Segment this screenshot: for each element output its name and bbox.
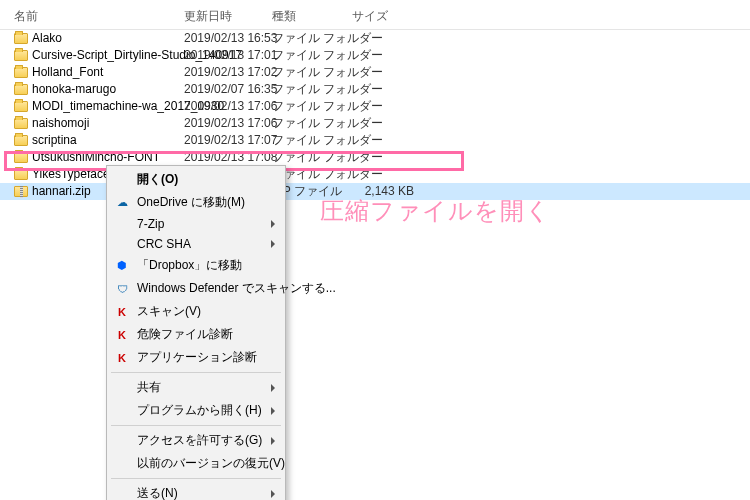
menu-separator: [111, 478, 281, 479]
col-type[interactable]: 種類: [272, 6, 352, 27]
folder-icon: [14, 67, 28, 78]
file-date: 2019/02/13 17:01: [184, 48, 272, 63]
file-type: ファイル フォルダー: [272, 31, 352, 46]
file-type: ファイル フォルダー: [272, 48, 352, 63]
file-date: 2019/02/13 17:06: [184, 99, 272, 114]
file-name: UtsukushiMincho-FONT: [32, 150, 160, 165]
menu-item-label: OneDrive に移動(M): [137, 194, 245, 211]
menu-item[interactable]: 🛡Windows Defender でスキャンする...: [109, 277, 283, 300]
k-icon: K: [115, 305, 129, 319]
column-header-row: 名前 更新日時 種類 サイズ: [0, 4, 750, 30]
file-date: 2019/02/07 16:35: [184, 82, 272, 97]
menu-item-label: Windows Defender でスキャンする...: [137, 280, 336, 297]
folder-icon: [14, 101, 28, 112]
file-row[interactable]: Cursive-Script_Dirtyline-Studio_14091720…: [0, 47, 750, 64]
folder-icon: [14, 152, 28, 163]
file-type: ファイル フォルダー: [272, 99, 352, 114]
menu-item[interactable]: 以前のバージョンの復元(V): [109, 452, 283, 475]
shield-icon: 🛡: [115, 282, 129, 296]
folder-icon: [14, 84, 28, 95]
menu-item-label: 「Dropbox」に移動: [137, 257, 242, 274]
menu-item-label: 共有: [137, 379, 161, 396]
k-icon: K: [115, 328, 129, 342]
menu-item[interactable]: アクセスを許可する(G): [109, 429, 283, 452]
file-date: 2019/02/13 17:02: [184, 65, 272, 80]
file-name: Alako: [32, 31, 62, 46]
file-type: ファイル フォルダー: [272, 65, 352, 80]
file-row[interactable]: UtsukushiMincho-FONT2019/02/13 17:08ファイル…: [0, 149, 750, 166]
menu-item[interactable]: 7-Zip: [109, 214, 283, 234]
folder-icon: [14, 118, 28, 129]
file-name: naishomoji: [32, 116, 89, 131]
menu-item[interactable]: Kスキャン(V): [109, 300, 283, 323]
folder-icon: [14, 50, 28, 61]
file-name: Holland_Font: [32, 65, 103, 80]
menu-separator: [111, 372, 281, 373]
file-row[interactable]: Holland_Font2019/02/13 17:02ファイル フォルダー: [0, 64, 750, 81]
menu-item-label: 開く(O): [137, 171, 178, 188]
menu-item-label: 送る(N): [137, 485, 178, 500]
file-date: 2019/02/13 16:53: [184, 31, 272, 46]
col-size[interactable]: サイズ: [352, 6, 422, 27]
file-type: ファイル フォルダー: [272, 82, 352, 97]
dropbox-icon: ⬢: [115, 259, 129, 273]
file-name: scriptina: [32, 133, 77, 148]
menu-item[interactable]: 開く(O): [109, 168, 283, 191]
file-date: 2019/02/13 17:07: [184, 133, 272, 148]
menu-item[interactable]: K危険ファイル診断: [109, 323, 283, 346]
col-name[interactable]: 名前: [14, 6, 184, 27]
folder-icon: [14, 33, 28, 44]
file-name: hannari.zip: [32, 184, 91, 199]
file-row[interactable]: Alako2019/02/13 16:53ファイル フォルダー: [0, 30, 750, 47]
menu-item[interactable]: 共有: [109, 376, 283, 399]
menu-item-label: CRC SHA: [137, 237, 191, 251]
folder-icon: [14, 135, 28, 146]
menu-item[interactable]: Kアプリケーション診断: [109, 346, 283, 369]
menu-item[interactable]: ⬢「Dropbox」に移動: [109, 254, 283, 277]
file-date: 2019/02/13 17:06: [184, 116, 272, 131]
col-date[interactable]: 更新日時: [184, 6, 272, 27]
k-icon: K: [115, 351, 129, 365]
menu-item[interactable]: ☁OneDrive に移動(M): [109, 191, 283, 214]
file-type: ファイル フォルダー: [272, 133, 352, 148]
file-date: 2019/02/13 17:08: [184, 150, 272, 165]
menu-item-label: 以前のバージョンの復元(V): [137, 455, 285, 472]
file-row[interactable]: honoka-marugo2019/02/07 16:35ファイル フォルダー: [0, 81, 750, 98]
file-name: honoka-marugo: [32, 82, 116, 97]
file-type: ファイル フォルダー: [272, 150, 352, 165]
context-menu: 開く(O)☁OneDrive に移動(M)7-ZipCRC SHA⬢「Dropb…: [106, 165, 286, 500]
menu-item-label: スキャン(V): [137, 303, 201, 320]
file-row[interactable]: naishomoji2019/02/13 17:06ファイル フォルダー: [0, 115, 750, 132]
folder-icon: [14, 169, 28, 180]
file-row[interactable]: scriptina2019/02/13 17:07ファイル フォルダー: [0, 132, 750, 149]
cloud-icon: ☁: [115, 196, 129, 210]
menu-item[interactable]: プログラムから開く(H): [109, 399, 283, 422]
menu-item-label: アクセスを許可する(G): [137, 432, 262, 449]
annotation-label: 圧縮ファイルを開く: [320, 195, 551, 227]
menu-item[interactable]: 送る(N): [109, 482, 283, 500]
menu-item-label: アプリケーション診断: [137, 349, 257, 366]
file-type: ファイル フォルダー: [272, 116, 352, 131]
menu-item-label: 危険ファイル診断: [137, 326, 233, 343]
menu-item[interactable]: CRC SHA: [109, 234, 283, 254]
menu-item-label: プログラムから開く(H): [137, 402, 262, 419]
menu-item-label: 7-Zip: [137, 217, 164, 231]
zip-icon: [14, 186, 28, 197]
file-row[interactable]: MODI_timemachine-wa_2017_09302019/02/13 …: [0, 98, 750, 115]
menu-separator: [111, 425, 281, 426]
